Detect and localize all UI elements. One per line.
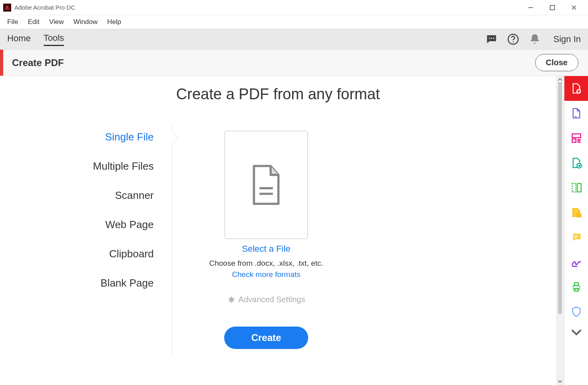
- menu-view[interactable]: View: [44, 16, 69, 28]
- advanced-settings: Advanced Settings: [227, 295, 305, 304]
- source-single-file[interactable]: Single File: [105, 131, 154, 143]
- source-blank-page[interactable]: Blank Page: [100, 277, 154, 289]
- rail-sign[interactable]: [564, 250, 588, 275]
- shield-icon: [571, 306, 582, 317]
- scroll-thumb[interactable]: [558, 82, 562, 314]
- chevron-down-icon: [571, 327, 582, 338]
- svg-point-4: [489, 38, 490, 39]
- scroll-up-icon[interactable]: [558, 77, 562, 82]
- svg-rect-1: [550, 5, 555, 10]
- rail-export[interactable]: [564, 150, 588, 175]
- advanced-settings-label: Advanced Settings: [239, 295, 305, 304]
- rail-combine[interactable]: [564, 126, 588, 150]
- source-scanner[interactable]: Scanner: [115, 189, 154, 202]
- rail-comment[interactable]: [564, 225, 588, 250]
- combine-icon: [571, 132, 582, 144]
- source-multiple-files[interactable]: Multiple Files: [93, 160, 154, 172]
- vertical-scrollbar[interactable]: [556, 76, 564, 385]
- svg-rect-27: [574, 283, 578, 286]
- create-button[interactable]: Create: [224, 327, 309, 349]
- main-content: Create a PDF from any format Single File…: [0, 76, 556, 385]
- help-icon[interactable]: [507, 33, 519, 45]
- rail-more[interactable]: [564, 324, 588, 340]
- rail-compare[interactable]: [564, 200, 588, 225]
- file-dropzone[interactable]: [225, 131, 308, 239]
- rail-protect[interactable]: [564, 299, 588, 324]
- export-icon: [571, 157, 582, 168]
- source-list: Single File Multiple Files Scanner Web P…: [0, 131, 172, 349]
- sign-in-link[interactable]: Sign In: [554, 34, 581, 44]
- create-pdf-icon: [571, 83, 582, 94]
- comments-icon[interactable]: [486, 33, 498, 45]
- svg-rect-12: [572, 134, 580, 138]
- source-divider: [172, 124, 172, 357]
- file-hint: Choose from .docx, .xlsx, .txt, etc.: [208, 259, 324, 268]
- close-window-button[interactable]: [569, 3, 579, 12]
- app-icon: [3, 4, 11, 12]
- menu-window[interactable]: Window: [68, 16, 102, 28]
- svg-rect-18: [572, 184, 576, 192]
- comment-icon: [571, 232, 582, 243]
- svg-rect-19: [577, 184, 581, 192]
- close-tool-button[interactable]: Close: [535, 54, 578, 71]
- minimize-button[interactable]: [526, 3, 536, 12]
- rail-organize[interactable]: [564, 175, 588, 200]
- print-icon: [571, 281, 582, 293]
- sign-icon: [571, 257, 582, 268]
- title-bar: Adobe Acrobat Pro DC: [0, 0, 588, 15]
- svg-point-6: [493, 38, 494, 39]
- tab-tools[interactable]: Tools: [44, 33, 64, 46]
- subheader-title: Create PDF: [12, 57, 64, 68]
- gear-icon: [227, 296, 235, 303]
- tool-subheader: Create PDF Close: [0, 50, 588, 76]
- menu-bar: File Edit View Window Help: [0, 15, 588, 29]
- svg-rect-20: [577, 213, 581, 217]
- edit-pdf-icon: [571, 108, 582, 119]
- scroll-down-icon[interactable]: [558, 379, 562, 384]
- svg-point-5: [491, 38, 492, 39]
- rail-print[interactable]: [564, 275, 588, 299]
- page-title: Create a PDF from any format: [0, 86, 556, 103]
- document-icon: [249, 165, 283, 205]
- rail-create-pdf[interactable]: [564, 76, 588, 101]
- source-clipboard[interactable]: Clipboard: [109, 248, 154, 260]
- maximize-button[interactable]: [548, 3, 557, 12]
- menu-help[interactable]: Help: [102, 16, 126, 28]
- window-controls: [526, 3, 579, 12]
- organize-icon: [571, 182, 582, 193]
- select-file-link[interactable]: Select a File: [225, 244, 308, 254]
- menu-file[interactable]: File: [2, 16, 23, 28]
- notifications-icon[interactable]: [529, 33, 541, 45]
- check-more-formats-link[interactable]: Check more formats: [208, 270, 324, 279]
- tab-home[interactable]: Home: [7, 33, 31, 45]
- svg-rect-13: [572, 139, 576, 142]
- source-web-page[interactable]: Web Page: [105, 219, 154, 231]
- accent-stripe: [0, 50, 3, 76]
- compare-icon: [571, 207, 582, 218]
- app-title: Adobe Acrobat Pro DC: [14, 4, 526, 11]
- svg-point-8: [512, 42, 514, 43]
- tool-rail: [564, 76, 588, 385]
- menu-edit[interactable]: Edit: [23, 16, 44, 28]
- rail-edit-pdf[interactable]: [564, 101, 588, 126]
- nav-bar: Home Tools Sign In: [0, 29, 588, 50]
- scroll-track[interactable]: [558, 82, 562, 379]
